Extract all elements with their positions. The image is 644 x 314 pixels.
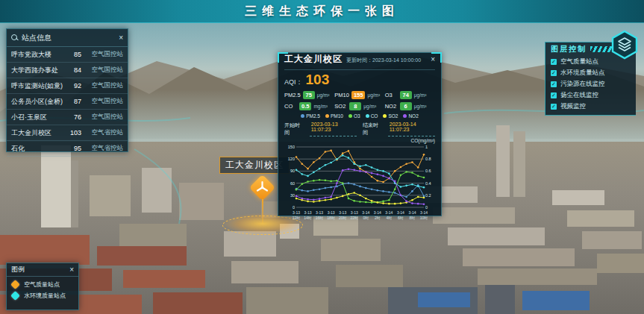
svg-text:0.4: 0.4 — [425, 181, 431, 186]
svg-text:120: 120 — [288, 157, 295, 161]
search-icon — [11, 34, 18, 41]
start-time-input[interactable]: 2023-03-13 11:07:23 — [310, 122, 357, 136]
windmill-icon — [254, 180, 270, 195]
station-name: 小召·玉泉区 — [11, 113, 65, 122]
svg-text:0.2: 0.2 — [425, 193, 431, 198]
svg-text:0: 0 — [293, 205, 295, 210]
series-legend-item[interactable]: NO2 — [403, 113, 418, 119]
station-name: 工大金川校区 — [11, 128, 65, 138]
series-dot — [325, 114, 329, 118]
pollutant-badge: 155 — [351, 91, 366, 99]
station-type: 空气国控站 — [81, 81, 123, 90]
map-legend-panel: 图例 × 空气质量站点 水环境质量站点 — [6, 263, 79, 310]
pollutant-unit: μg/m³ — [317, 92, 330, 98]
station-row[interactable]: 公务员小区(金桥) 87 空气国控站 — [7, 94, 128, 110]
series-dot — [301, 114, 304, 118]
svg-text:3-13: 3-13 — [328, 210, 335, 215]
legend-item-label: 水环境质量站点 — [24, 292, 66, 300]
pollutant-badge: 8 — [349, 102, 361, 110]
close-icon[interactable]: × — [119, 34, 123, 42]
layer-checkbox[interactable]: ✓ — [551, 70, 557, 76]
svg-text:3-14: 3-14 — [362, 210, 369, 215]
layer-checkbox[interactable]: ✓ — [551, 92, 557, 98]
svg-text:0: 0 — [425, 205, 428, 210]
pollutant-cell: O3 74 μg/m³ — [385, 91, 435, 99]
layer-checkbox[interactable]: ✓ — [551, 59, 557, 65]
layer-label: 污染源在线监控 — [560, 80, 605, 89]
station-type: 空气国控站 — [81, 113, 123, 122]
station-panel-title: 站点信息 — [22, 33, 51, 43]
svg-text:20时: 20时 — [339, 216, 347, 220]
series-label: NO2 — [408, 113, 418, 119]
layer-checkbox[interactable]: ✓ — [551, 104, 557, 110]
layer-item[interactable]: ✓ 视频监控 — [551, 102, 631, 111]
layer-item[interactable]: ✓ 扬尘在线监控 — [551, 91, 631, 100]
aqi-popup: 工大金川校区 更新时间：2023-03-14 10:00:00 × AQI： 1… — [278, 52, 442, 216]
station-aqi: 103 — [65, 129, 81, 136]
svg-text:30: 30 — [290, 193, 295, 198]
pollutant-unit: μg/m³ — [367, 92, 380, 98]
pollutant-name: SO2 — [334, 103, 347, 110]
svg-text:60: 60 — [290, 181, 295, 186]
svg-text:3-13: 3-13 — [339, 210, 346, 215]
series-legend: PM2.5 PM10 O3 CO — [284, 113, 435, 119]
end-time-input[interactable]: 2023-03-14 11:07:23 — [388, 122, 435, 136]
layer-checkbox[interactable]: ✓ — [551, 81, 557, 87]
station-type: 空气国控站 — [81, 97, 123, 106]
station-row[interactable]: 呼市党政大楼 85 空气国控站 — [7, 47, 128, 63]
layers-icon[interactable] — [610, 30, 639, 60]
svg-text:1: 1 — [425, 145, 428, 149]
svg-text:150: 150 — [288, 145, 295, 149]
series-legend-item[interactable]: CO — [366, 113, 378, 119]
station-row[interactable]: 小召·玉泉区 76 空气国控站 — [7, 110, 128, 125]
svg-text:6时: 6时 — [398, 216, 404, 220]
svg-text:3-13: 3-13 — [293, 210, 300, 215]
close-icon[interactable]: × — [431, 56, 435, 63]
station-row[interactable]: 工大金川校区 103 空气省控站 — [7, 125, 128, 141]
station-row[interactable]: 呼市监测站(如意) 92 空气国控站 — [7, 78, 128, 94]
pollutant-unit: μg/m³ — [414, 92, 427, 98]
series-label: O3 — [354, 113, 360, 119]
station-aqi: 87 — [65, 98, 81, 105]
pollutant-cell: PM2.5 75 μg/m³ — [284, 91, 334, 99]
svg-text:3-14: 3-14 — [397, 210, 404, 215]
series-legend-item[interactable]: SO2 — [383, 113, 398, 119]
series-legend-item[interactable]: O3 — [348, 113, 360, 119]
layer-item[interactable]: ✓ 水环境质量站点 — [551, 69, 631, 78]
pollutant-chart[interactable]: 030609012015000.20.40.60.813-1312时3-1314… — [284, 143, 437, 227]
pollutant-cell: NO2 6 μg/m³ — [385, 102, 435, 110]
layer-label: 空气质量站点 — [560, 57, 598, 66]
series-label: CO — [371, 113, 378, 119]
svg-text:3-13: 3-13 — [351, 210, 358, 215]
layer-item[interactable]: ✓ 污染源在线监控 — [551, 80, 631, 89]
layer-list: ✓ 空气质量站点 ✓ 水环境质量站点 ✓ 污染源在线监控 ✓ 扬尘在线监控 — [545, 56, 637, 111]
app-screen: 三维生态环保一张图 工大金川校区 站点信息 × 呼市党政大楼 85 空气国控站 — [0, 0, 644, 314]
legend-item[interactable]: 空气质量站点 — [12, 280, 73, 289]
update-time: 更新时间：2023-03-14 10:00:00 — [346, 57, 427, 64]
svg-text:16时: 16时 — [316, 216, 324, 220]
series-legend-item[interactable]: PM10 — [325, 113, 343, 119]
popup-title: 工大金川校区 — [284, 53, 343, 66]
layer-label: 扬尘在线监控 — [560, 91, 598, 100]
series-legend-item[interactable]: PM2.5 — [301, 113, 320, 119]
svg-text:4时: 4时 — [386, 216, 392, 220]
time-range-row: 开始时间 2023-03-13 11:07:23 结束时间 2023-03-14… — [284, 122, 435, 136]
pollutant-unit: μg/m³ — [414, 104, 427, 109]
close-icon[interactable]: × — [69, 266, 74, 274]
aqi-line: AQI： 103 — [284, 72, 435, 90]
svg-text:0.6: 0.6 — [425, 169, 431, 173]
map-legend-title: 图例 — [11, 265, 25, 274]
series-dot — [348, 114, 352, 118]
series-dot — [403, 114, 407, 118]
station-row[interactable]: 石化 95 空气省控站 — [7, 141, 128, 157]
station-row[interactable]: 大学西路办事处 84 空气国控站 — [7, 63, 128, 78]
map-legend-header: 图例 × — [7, 263, 78, 277]
station-type: 空气省控站 — [81, 144, 123, 153]
legend-item-label: 空气质量站点 — [24, 280, 60, 289]
legend-item[interactable]: 水环境质量站点 — [12, 292, 73, 300]
pollutant-unit: μg/m³ — [363, 104, 376, 109]
station-type: 空气国控站 — [81, 66, 123, 75]
pollutant-grid: PM2.5 75 μg/m³ PM10 155 μg/m³ O3 74 μg/m… — [284, 91, 435, 110]
svg-text:2时: 2时 — [375, 216, 381, 220]
pollutant-badge: 0.5 — [299, 102, 311, 110]
